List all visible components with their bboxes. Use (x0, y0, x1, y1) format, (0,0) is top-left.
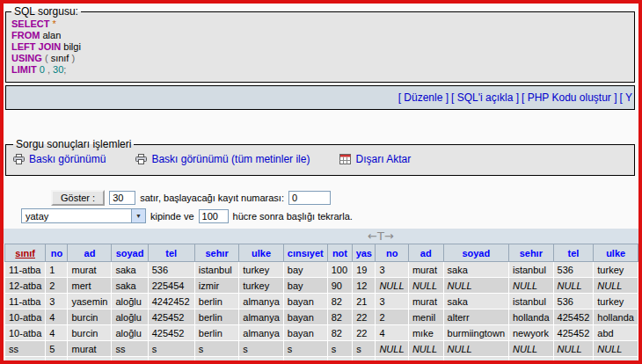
table-cell: turkey (594, 262, 638, 278)
row-count-input[interactable] (109, 191, 135, 205)
chevron-down-icon: ▼ (131, 209, 145, 222)
table-cell: 21 (353, 294, 376, 309)
sql-token: ; (63, 64, 66, 75)
table-cell: NULL (553, 278, 594, 294)
table-cell: 82 (327, 309, 353, 325)
table-cell: bay (283, 357, 327, 364)
results-operation-link[interactable]: Baskı görünümü (tüm metinler ile) (135, 153, 310, 165)
column-sort-link[interactable]: tel (568, 248, 580, 258)
column-sort-link[interactable]: ad (84, 248, 96, 258)
table-cell: s (239, 341, 284, 357)
table-cell: NULL (443, 341, 508, 357)
results-operation-label: Baskı görünümü (29, 153, 106, 165)
table-cell: almanya (239, 294, 284, 309)
column-sort-link[interactable]: ulke (606, 248, 625, 258)
table-header-row: sınıfnoadsoyadtelsehırulkecınsıyetnotyas… (5, 244, 638, 262)
sql-token: USING (11, 53, 42, 63)
display-mode-select[interactable]: yatay ▼ (21, 208, 146, 223)
table-cell: 5 (46, 341, 68, 357)
table-cell: NULL (376, 278, 409, 294)
table-cell: turkey (239, 357, 284, 364)
column-sort-link[interactable]: tel (165, 248, 177, 258)
column-sort-link[interactable]: cınsıyet (288, 248, 324, 258)
table-cell: istanbul (194, 262, 238, 278)
table-cell: ss (5, 341, 46, 357)
results-operation-link[interactable]: Dışarı Aktar (339, 153, 411, 165)
table-cell: alterr (443, 309, 508, 325)
transpose-toggle[interactable]: ←T→ (368, 229, 394, 243)
table-cell: berlin (194, 325, 238, 341)
table-cell: aloğlu (112, 309, 148, 325)
show-button[interactable]: Göster : (51, 190, 105, 206)
table-cell: izmir (194, 278, 238, 294)
column-sort-link[interactable]: sehır (520, 248, 543, 258)
phpmyadmin-results-page: SQL sorgusu: SELECT *FROM alanLEFT JOIN … (0, 0, 642, 364)
column-header: sınıf (5, 244, 46, 262)
column-sort-link[interactable]: yas (356, 248, 372, 258)
table-cell: 536 (553, 294, 594, 309)
table-cell: NULL (594, 341, 638, 357)
sql-token: bilgi (61, 41, 81, 52)
export-icon (339, 154, 351, 164)
table-cell: NULL (553, 357, 594, 364)
table-cell: 90 (327, 357, 353, 364)
table-cell: burmiingtown (443, 325, 508, 341)
start-record-input[interactable] (288, 191, 331, 205)
sql-query-fieldset: SQL sorgusu: SELECT *FROM alanLEFT JOIN … (5, 5, 635, 83)
table-cell: NULL (376, 357, 409, 364)
column-sort-link[interactable]: sehır (205, 248, 228, 258)
table-row: 11-atba3yaseminaloğlu4242452berlinalmany… (5, 294, 638, 309)
results-operation-label: Dışarı Aktar (355, 153, 411, 165)
table-cell: 100 (327, 262, 353, 278)
table-row: 10-atba4burcinaloğlu425452berlinalmanyab… (5, 309, 638, 325)
table-cell: almanya (239, 325, 284, 341)
table-cell: almanya (239, 309, 284, 325)
sql-action-link[interactable]: [ SQL'i açıkla ] (451, 91, 519, 104)
table-row: 11-atba1muratsaka536istanbulturkeybay100… (5, 262, 638, 278)
table-cell: 225454 (148, 278, 194, 294)
sql-token: 30 (53, 64, 63, 75)
sql-action-link[interactable]: [ Y (620, 91, 632, 104)
column-sort-link[interactable]: sınıf (15, 248, 35, 258)
mode-label: kipinde ve (150, 211, 194, 222)
table-row: ss5muratssssssssNULLNULLNULLNULLNULLNULL (5, 341, 638, 357)
sql-action-link[interactable]: [ PHP Kodu oluştur ] (522, 91, 617, 104)
table-cell: s (148, 341, 194, 357)
table-cell: saka (112, 262, 148, 278)
column-header: yas (353, 244, 376, 262)
table-cell: aloğlu (112, 325, 148, 341)
sql-token: * (52, 18, 55, 29)
column-sort-link[interactable]: no (51, 248, 62, 258)
table-cell: 22 (353, 309, 376, 325)
table-cell: mert (68, 278, 112, 294)
table-cell: istanbul (509, 294, 554, 309)
display-mode-controls: yatay ▼ kipinde ve hücre sonra başlığı t… (21, 208, 638, 223)
table-cell: 19 (353, 262, 376, 278)
table-cell: murat (68, 262, 112, 278)
table-cell: turkey (594, 294, 638, 309)
column-sort-link[interactable]: ad (420, 248, 432, 258)
row-count-controls: Göster : satır, başlayacağı kayıt numara… (51, 190, 638, 206)
column-sort-link[interactable]: no (386, 248, 398, 258)
table-cell: 425452 (148, 325, 194, 341)
repeat-headers-input[interactable] (199, 209, 229, 223)
column-sort-link[interactable]: not (332, 248, 347, 258)
table-cell: 425452 (148, 309, 194, 325)
column-header: soyad (112, 244, 148, 262)
column-sort-link[interactable]: soyad (116, 248, 144, 258)
table-cell: 10-atba (5, 325, 46, 341)
column-sort-link[interactable]: soyad (462, 248, 490, 258)
table-cell: hollanda (509, 309, 554, 325)
column-header: ad (68, 244, 112, 262)
table-cell: turkey (239, 278, 284, 294)
results-operation-link[interactable]: Baskı görünümü (13, 153, 106, 165)
table-cell: 2 (376, 309, 409, 325)
table-cell: 536 (148, 262, 194, 278)
column-header: sehır (194, 244, 238, 262)
column-header: tel (553, 244, 594, 262)
sql-action-link[interactable]: [ Düzenle ] (398, 91, 449, 104)
column-sort-link[interactable]: ulke (252, 248, 271, 258)
table-cell: 4 (46, 309, 68, 325)
sql-token: FROM (11, 30, 40, 40)
table-cell: burcin (68, 325, 112, 341)
